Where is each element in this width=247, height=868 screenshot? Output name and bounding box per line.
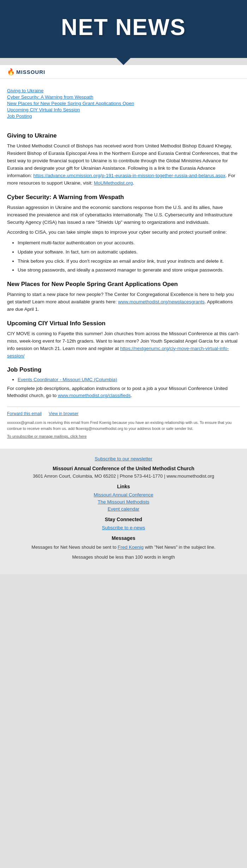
links-heading: Links bbox=[11, 484, 236, 489]
stay-connected-heading: Stay Connected bbox=[11, 517, 236, 522]
footer-link-tmm[interactable]: The Missouri Methodists bbox=[11, 499, 236, 505]
header-triangle bbox=[116, 58, 131, 65]
section-heading-newplaces: New Places for New People Spring Grant A… bbox=[7, 280, 240, 288]
footer-disclaimer-1: xxxxxxx@gmail.com is receiving this emai… bbox=[7, 420, 240, 431]
toc-link-cyber[interactable]: Cyber Security: A Warning from Wespath bbox=[7, 94, 240, 100]
toc-link-giving[interactable]: Giving to Ukraine bbox=[7, 88, 240, 93]
section-newplaces: New Places for New People Spring Grant A… bbox=[7, 280, 240, 313]
messages-text-before: Messages for Net News should be sent to bbox=[31, 544, 118, 550]
messages-heading: Messages bbox=[11, 535, 236, 541]
giving-para-1: The United Methodist Council of Bishops … bbox=[7, 142, 240, 187]
section-cyber: Cyber Security: A Warning from Wespath R… bbox=[7, 193, 240, 274]
jobs-para-1: For complete job descriptions, applicati… bbox=[7, 385, 240, 400]
section-heading-ciy: Upcoming CIY Virtual Info Session bbox=[7, 320, 240, 327]
ciy-link[interactable]: https://nextgenumc.org/ciy-move-march-vi… bbox=[7, 346, 229, 359]
messages-note: Messages should be less than 100 words i… bbox=[11, 554, 236, 561]
email-body: Giving to Ukraine Cyber Security: A Warn… bbox=[0, 79, 247, 449]
giving-link-moumethodist[interactable]: MoUMethodist.org bbox=[94, 180, 133, 186]
list-item: Think before you click. If you don't rec… bbox=[18, 257, 240, 265]
newplaces-para-1: Planning to start a new place for new pe… bbox=[7, 291, 240, 313]
logo-text: MISSOURI bbox=[16, 69, 45, 75]
logo-bar: 🔥 MISSOURI bbox=[0, 65, 247, 79]
giving-link-advance[interactable]: https://advance.umcmission.org/p-191-eur… bbox=[33, 173, 225, 178]
view-in-browser-link[interactable]: View in browser bbox=[49, 411, 78, 416]
flame-icon: 🔥 bbox=[7, 68, 15, 76]
page-header: NET NEWS bbox=[0, 0, 247, 58]
footer-link-mac[interactable]: Missouri Annual Conference bbox=[11, 492, 236, 497]
org-name: Missouri Annual Conference of the United… bbox=[11, 466, 236, 471]
footer-disclaimer-2: To unsubscribe or manage mailings, click… bbox=[7, 433, 240, 439]
cyber-para-1: Russian aggression in Ukraine and the ec… bbox=[7, 204, 240, 226]
missouri-logo: 🔥 MISSOURI bbox=[7, 68, 45, 76]
cyber-para-2: According to CISA, you can take simple s… bbox=[7, 229, 240, 236]
forward-email-link[interactable]: Forward this email bbox=[7, 411, 42, 416]
job-link[interactable]: Events Coordinator - Missouri UMC (Colum… bbox=[18, 377, 117, 382]
section-heading-jobs: Job Posting bbox=[7, 366, 240, 374]
section-ciy: Upcoming CIY Virtual Info Session CIY MO… bbox=[7, 320, 240, 360]
section-jobs: Job Posting Events Coordinator - Missour… bbox=[7, 366, 240, 400]
ciy-para-1: CIY MOVE is coming to Fayette this summe… bbox=[7, 330, 240, 360]
footer-link-calendar[interactable]: Event calendar bbox=[11, 506, 236, 512]
table-of-contents: Giving to Ukraine Cyber Security: A Warn… bbox=[7, 85, 240, 126]
email-footer: Forward this email View in browser xxxxx… bbox=[7, 407, 240, 439]
messages-text-after: with "Net News" in the subject line. bbox=[144, 544, 216, 550]
list-item: Use strong passwords, and ideally a pass… bbox=[18, 266, 240, 274]
org-address: 3601 Amron Court, Columbia, MO 65202 | P… bbox=[11, 473, 236, 479]
page-title: NET NEWS bbox=[7, 14, 240, 40]
list-item: Update your software. In fact, turn on a… bbox=[18, 248, 240, 256]
newplaces-link[interactable]: www.moumethodist.org/newplacesgrants bbox=[118, 299, 204, 304]
cyber-bullet-list: Implement multi-factor authentication on… bbox=[18, 239, 240, 274]
toc-link-ciy[interactable]: Upcoming CIY Virtual Info Session bbox=[7, 107, 240, 112]
unsubscribe-link[interactable]: To unsubscribe or manage mailings, click… bbox=[7, 434, 87, 438]
job-list: Events Coordinator - Missouri UMC (Colum… bbox=[18, 377, 240, 382]
jobs-classifieds-link[interactable]: www.moumethodist.org/classifieds bbox=[58, 393, 131, 398]
section-heading-giving: Giving to Ukraine bbox=[7, 132, 240, 140]
section-heading-cyber: Cyber Security: A Warning from Wespath bbox=[7, 193, 240, 201]
fred-koenig-link[interactable]: Fred Koenig bbox=[118, 544, 144, 550]
bottom-footer: Subscribe to our newsletter Missouri Ann… bbox=[0, 449, 247, 574]
toc-link-newplaces[interactable]: New Places for New People Spring Grant A… bbox=[7, 101, 240, 106]
footer-link-enews[interactable]: Subscribe to e-news bbox=[11, 525, 236, 530]
messages-text: Messages for Net News should be sent to … bbox=[11, 544, 236, 551]
list-item: Implement multi-factor authentication on… bbox=[18, 239, 240, 247]
list-item: Events Coordinator - Missouri UMC (Colum… bbox=[18, 377, 240, 382]
toc-link-jobs[interactable]: Job Posting bbox=[7, 113, 240, 119]
subscribe-newsletter-link[interactable]: Subscribe to our newsletter bbox=[95, 456, 152, 461]
section-giving: Giving to Ukraine The United Methodist C… bbox=[7, 132, 240, 187]
footer-email-links: Forward this email View in browser bbox=[7, 411, 240, 416]
